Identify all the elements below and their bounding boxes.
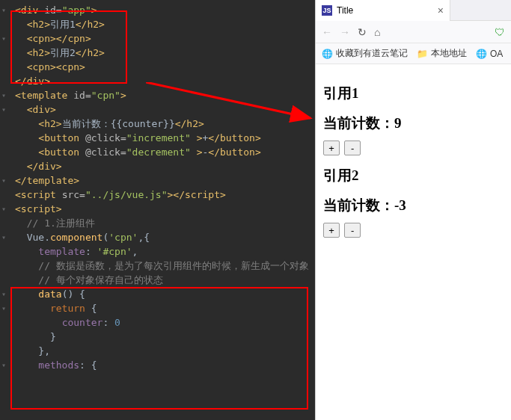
code-line[interactable]: ▾ <div>	[15, 102, 315, 117]
code-line[interactable]: template: '#cpn',	[15, 244, 315, 259]
code-line[interactable]: ▾ methods: {	[15, 358, 315, 372]
code-line[interactable]: <script src="../js/vue.js"></script>	[15, 188, 315, 202]
code-line[interactable]: ▾<script>	[15, 202, 315, 216]
code-line[interactable]: ▾ <cpn></cpn>	[15, 31, 315, 46]
code-line[interactable]: // 数据是函数，是为了每次引用组件的时候，新生成一个对象	[15, 259, 315, 273]
code-editor[interactable]: ▾<div id="app"> <h2>引用1</h2>▾ <cpn></cpn…	[0, 0, 315, 420]
fold-icon[interactable]: ▾	[1, 287, 6, 301]
decrement-button[interactable]: -	[344, 140, 361, 155]
globe-icon: 🌐	[476, 49, 487, 59]
code-line[interactable]: // 每个对象保存自己的状态	[15, 273, 315, 287]
folder-icon: 📁	[417, 49, 428, 59]
decrement-button[interactable]: -	[344, 223, 361, 238]
fold-icon[interactable]: ▾	[1, 31, 6, 46]
fold-icon[interactable]: ▾	[1, 88, 6, 102]
fold-icon[interactable]: ▾	[1, 301, 6, 315]
fold-icon[interactable]: ▾	[1, 202, 6, 216]
close-icon[interactable]: ×	[438, 4, 444, 16]
bookmark-local[interactable]: 📁 本地地址	[417, 47, 467, 60]
bookmarks-bar: 🌐 收藏到有道云笔记 📁 本地地址 🌐 OA	[316, 43, 511, 64]
tab-bar: JS Title ×	[316, 0, 511, 21]
tab-title: Title	[337, 5, 353, 16]
fold-icon[interactable]: ▾	[1, 230, 6, 244]
ref1-heading: 引用1	[323, 84, 504, 103]
bookmark-youdao[interactable]: 🌐 收藏到有道云笔记	[322, 47, 408, 60]
counter1-heading: 当前计数：9	[323, 114, 504, 133]
nav-toolbar: ← → ↻ ⌂ 🛡	[316, 21, 511, 43]
code-line[interactable]: <h2>引用2</h2>	[15, 46, 315, 60]
reload-icon[interactable]: ↻	[358, 26, 367, 38]
browser-tab[interactable]: JS Title ×	[316, 0, 450, 21]
counter1-buttons: + -	[323, 140, 504, 155]
code-line[interactable]: },	[15, 344, 315, 358]
code-line[interactable]: ▾<template id="cpn">	[15, 88, 315, 102]
home-icon[interactable]: ⌂	[374, 26, 380, 38]
code-line[interactable]: }	[15, 330, 315, 344]
forward-icon[interactable]: →	[340, 26, 350, 38]
code-line[interactable]: ▾</template>	[15, 173, 315, 188]
fold-icon[interactable]: ▾	[1, 358, 6, 372]
counter2-buttons: + -	[323, 223, 504, 238]
code-line[interactable]: counter: 0	[15, 315, 315, 330]
increment-button[interactable]: +	[323, 223, 340, 238]
fold-icon[interactable]: ▾	[1, 173, 6, 188]
fold-icon[interactable]: ▾	[1, 102, 6, 117]
bookmark-oa[interactable]: 🌐 OA	[476, 49, 503, 59]
code-line[interactable]: <h2>当前计数：{{counter}}</h2>	[15, 117, 315, 131]
code-line[interactable]: <button @click="decrement" >-</button>	[15, 145, 315, 159]
browser-window: JS Title × ← → ↻ ⌂ 🛡 🌐 收藏到有道云笔记 📁 本地地址 🌐…	[315, 0, 511, 420]
fold-icon[interactable]: ▾	[1, 3, 6, 17]
code-line[interactable]: <cpn><cpn>	[15, 60, 315, 74]
code-line[interactable]: </div>	[15, 159, 315, 173]
code-line[interactable]: // 1.注册组件	[15, 216, 315, 230]
code-line[interactable]: <h2>引用1</h2>	[15, 17, 315, 31]
code-line[interactable]: <button @click="increment" >+</button>	[15, 131, 315, 145]
code-line[interactable]: </div>	[15, 74, 315, 88]
favicon-icon: JS	[322, 5, 332, 16]
shield-icon[interactable]: 🛡	[495, 26, 505, 38]
page-content: 引用1 当前计数：9 + - 引用2 当前计数：-3 + -	[316, 64, 511, 420]
ref2-heading: 引用2	[323, 166, 504, 185]
globe-icon: 🌐	[322, 49, 333, 59]
back-icon[interactable]: ←	[322, 26, 332, 38]
increment-button[interactable]: +	[323, 140, 340, 155]
code-line[interactable]: ▾ data() {	[15, 287, 315, 301]
code-line[interactable]: ▾ return {	[15, 301, 315, 315]
code-line[interactable]: ▾ Vue.component('cpn',{	[15, 230, 315, 244]
code-line[interactable]: ▾<div id="app">	[15, 3, 315, 17]
counter2-heading: 当前计数：-3	[323, 196, 504, 215]
